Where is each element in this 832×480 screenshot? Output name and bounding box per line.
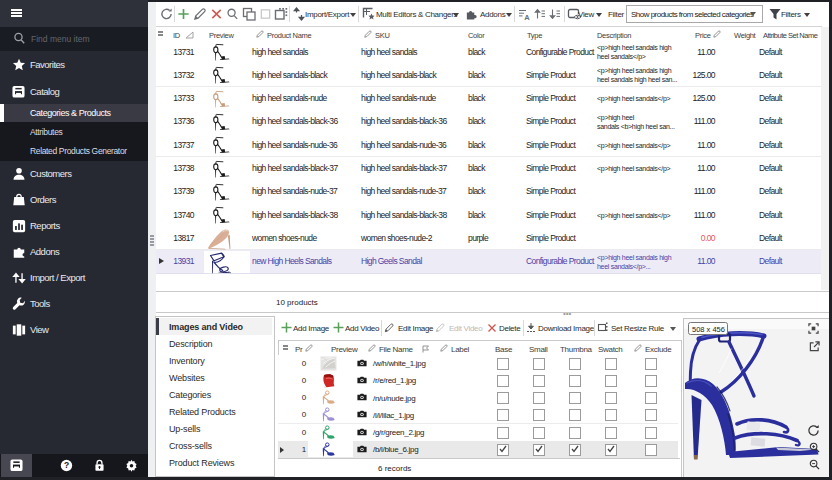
svg-text:?: ? [64,460,69,470]
svg-text:A: A [524,13,530,21]
